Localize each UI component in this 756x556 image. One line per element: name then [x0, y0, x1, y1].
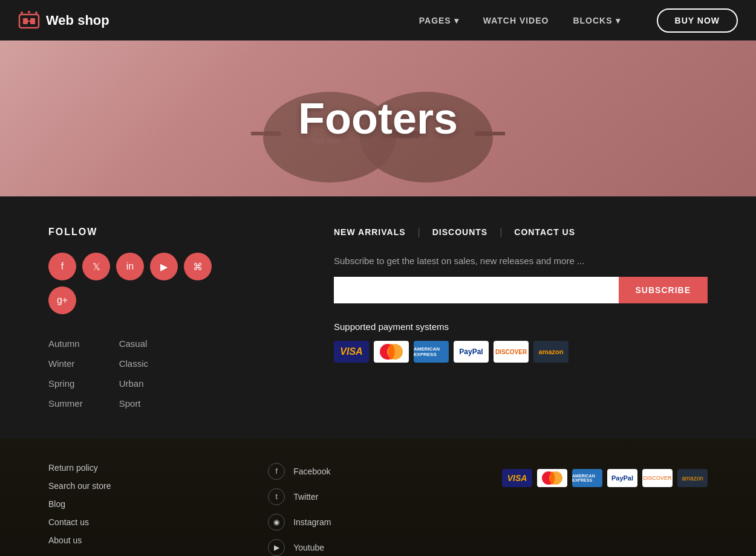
- footer-nav-tabs: NEW ARRIVALS | DISCOUNTS | CONTACT US: [334, 227, 708, 238]
- footer-links: Autumn Winter Spring Summer Casual Class…: [48, 338, 298, 409]
- svg-rect-11: [475, 131, 493, 136]
- discover-icon: DISCOVER: [494, 341, 529, 363]
- youtube-button[interactable]: ▶: [150, 253, 178, 280]
- link-search-store[interactable]: Search our store: [48, 481, 232, 491]
- instagram-circle-icon: ◉: [268, 514, 285, 531]
- logo-text: Web shop: [46, 13, 109, 28]
- amazon-icon: amazon: [533, 341, 569, 363]
- svg-rect-10: [263, 131, 281, 136]
- visa-icon: VISA: [334, 341, 369, 363]
- mastercard-icon: [374, 341, 409, 363]
- svg-rect-2: [30, 18, 35, 24]
- tab-sep-1: |: [418, 227, 420, 238]
- youtube-label: Youtube: [293, 543, 324, 552]
- linkedin-button[interactable]: in: [116, 253, 144, 280]
- payment-title: Supported payment systems: [334, 322, 708, 332]
- link-return-policy[interactable]: Return policy: [48, 463, 232, 473]
- season-links-col: Autumn Winter Spring Summer: [48, 338, 83, 409]
- link-sport[interactable]: Sport: [119, 398, 148, 409]
- paypal-sm-icon: PayPal: [607, 469, 637, 487]
- svg-point-6: [35, 11, 37, 14]
- discover-sm-icon: DISCOVER: [642, 469, 673, 487]
- follow-title: FOLLOW: [48, 227, 298, 238]
- paypal-icon: PayPal: [454, 341, 489, 363]
- facebook-label: Facebook: [293, 467, 330, 476]
- svg-rect-1: [23, 18, 28, 24]
- google-plus-button[interactable]: g+: [48, 286, 76, 314]
- footer-main: FOLLOW f 𝕏 in ▶ ⌘ g+ Autumn Winter Sprin…: [0, 196, 756, 439]
- tab-new-arrivals[interactable]: NEW ARRIVALS: [334, 227, 418, 237]
- facebook-circle-icon: f: [268, 463, 285, 480]
- link-contact-us[interactable]: Contact us: [48, 517, 232, 527]
- link-urban[interactable]: Urban: [119, 378, 148, 389]
- twitter-label: Twitter: [293, 492, 318, 502]
- buy-now-button[interactable]: BUY NOW: [657, 8, 738, 33]
- subscribe-row: SUBSCRIBE: [334, 277, 708, 303]
- header: Web shop PAGES ▾ WATCH VIDEO BLOCKS ▾ BU…: [0, 0, 756, 40]
- visa-sm-icon: VISA: [502, 469, 532, 487]
- svg-point-20: [550, 471, 555, 485]
- social-link-youtube[interactable]: ▶ Youtube: [268, 539, 451, 556]
- logo-icon: [18, 10, 40, 31]
- social-icons-row-1: f 𝕏 in ▶ ⌘: [48, 253, 298, 280]
- svg-point-17: [388, 344, 394, 360]
- tab-discounts[interactable]: DISCOUNTS: [432, 227, 500, 237]
- amex-icon: AMERICAN EXPRESS: [414, 341, 449, 363]
- chevron-down-icon: ▾: [454, 16, 459, 25]
- instagram-label: Instagram: [293, 517, 331, 527]
- svg-point-5: [28, 11, 30, 13]
- link-spring[interactable]: Spring: [48, 378, 83, 389]
- nav-watch-video[interactable]: WATCH VIDEO: [483, 16, 549, 25]
- main-nav: PAGES ▾ WATCH VIDEO BLOCKS ▾ BUY NOW: [419, 8, 738, 33]
- footer-social-links: f Facebook t Twitter ◉ Instagram ▶ Youtu…: [268, 463, 451, 556]
- subscribe-button[interactable]: SUBSCRIBE: [619, 277, 708, 303]
- footer-right-col: NEW ARRIVALS | DISCOUNTS | CONTACT US Su…: [334, 227, 708, 409]
- twitter-button[interactable]: 𝕏: [82, 253, 110, 280]
- link-blog[interactable]: Blog: [48, 499, 232, 509]
- footer-bottom-payment: VISA AMERICAN EXPRESS PayPal DISCOVER am…: [487, 463, 708, 556]
- link-casual[interactable]: Casual: [119, 338, 148, 349]
- link-winter[interactable]: Winter: [48, 358, 83, 369]
- social-link-twitter[interactable]: t Twitter: [268, 488, 451, 505]
- nav-blocks[interactable]: BLOCKS ▾: [573, 16, 620, 25]
- svg-point-4: [21, 11, 23, 14]
- nav-pages[interactable]: PAGES ▾: [419, 16, 459, 25]
- mastercard-sm-icon: [537, 469, 567, 487]
- social-link-instagram[interactable]: ◉ Instagram: [268, 514, 451, 531]
- rss-button[interactable]: ⌘: [184, 253, 212, 280]
- link-classic[interactable]: Classic: [119, 358, 148, 369]
- amazon-sm-icon: amazon: [677, 469, 708, 487]
- logo[interactable]: Web shop: [18, 10, 419, 31]
- payment-icons: VISA AMERICAN EXPRESS PayPal DISCOVER am…: [334, 341, 708, 363]
- footer-bottom-links: Return policy Search our store Blog Cont…: [48, 463, 232, 556]
- social-icons-row-2: g+: [48, 286, 298, 314]
- twitter-circle-icon: t: [268, 488, 285, 505]
- footer-left-col: FOLLOW f 𝕏 in ▶ ⌘ g+ Autumn Winter Sprin…: [48, 227, 298, 409]
- social-link-facebook[interactable]: f Facebook: [268, 463, 451, 480]
- amex-sm-icon: AMERICAN EXPRESS: [572, 469, 602, 487]
- style-links-col: Casual Classic Urban Sport: [119, 338, 148, 409]
- chevron-down-icon: ▾: [616, 16, 621, 25]
- tab-contact-us[interactable]: CONTACT US: [514, 227, 587, 237]
- link-about-us[interactable]: About us: [48, 535, 232, 545]
- hero-section: Ray-Ban Footers: [0, 40, 756, 196]
- facebook-button[interactable]: f: [48, 253, 76, 280]
- subscribe-text: Subscribe to get the latest on sales, ne…: [334, 256, 708, 266]
- tab-sep-2: |: [500, 227, 502, 238]
- subscribe-input[interactable]: [334, 277, 619, 303]
- hero-title: Footers: [298, 94, 458, 143]
- link-autumn[interactable]: Autumn: [48, 338, 83, 349]
- link-summer[interactable]: Summer: [48, 398, 83, 409]
- footer-bottom: Return policy Search our store Blog Cont…: [0, 439, 756, 556]
- youtube-circle-icon: ▶: [268, 539, 285, 556]
